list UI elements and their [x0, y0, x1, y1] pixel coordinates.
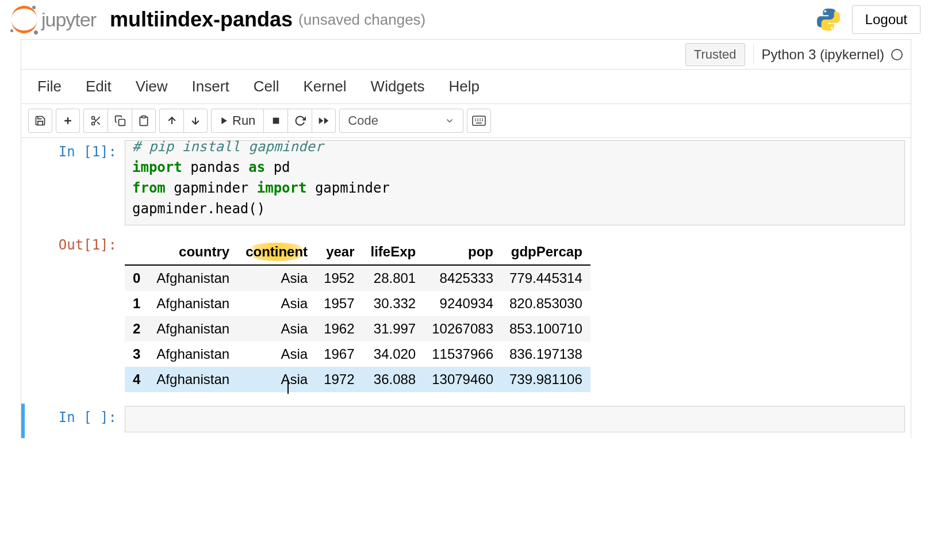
cell: 779.445314 — [501, 265, 590, 291]
plus-icon — [62, 115, 74, 126]
cell: Afghanistan — [148, 265, 237, 291]
cell: 36.088 — [363, 367, 424, 392]
command-palette-button[interactable] — [467, 109, 491, 133]
cell: 1952 — [316, 265, 362, 291]
svg-rect-15 — [473, 116, 485, 125]
col-header: country — [148, 239, 237, 265]
play-icon — [220, 116, 229, 125]
menu-cell[interactable]: Cell — [254, 78, 279, 95]
code-comment: # pip install gapminder — [132, 139, 323, 155]
cell: 1962 — [316, 316, 362, 342]
notebook-container: Trusted Python 3 (ipykernel) File Edit V… — [21, 39, 911, 438]
cell: Asia — [237, 316, 316, 342]
trusted-badge[interactable]: Trusted — [685, 43, 745, 66]
code-cell-1[interactable]: In [1]: # pip install gapminder import p… — [21, 138, 911, 231]
table-row: 0 Afghanistan Asia 1952 28.801 8425333 7… — [125, 265, 590, 291]
highlight-marker: continent — [243, 243, 310, 261]
cell: 820.853030 — [501, 291, 590, 316]
table-row: 1 Afghanistan Asia 1957 30.332 9240934 8… — [125, 291, 590, 316]
table-row: 2 Afghanistan Asia 1962 31.997 10267083 … — [125, 316, 590, 342]
row-index: 4 — [125, 367, 148, 392]
table-row: 3 Afghanistan Asia 1967 34.020 11537966 … — [125, 342, 590, 367]
index-header — [125, 239, 148, 265]
svg-marker-14 — [319, 117, 324, 124]
col-header: gdpPercap — [501, 239, 590, 265]
jupyter-icon — [11, 7, 37, 32]
chevron-down-icon — [444, 116, 455, 126]
cell: 28.801 — [363, 265, 424, 291]
svg-point-3 — [91, 122, 94, 125]
code-input[interactable] — [125, 406, 905, 432]
code-cell-empty[interactable]: In [ ]: — [21, 404, 911, 438]
input-prompt: In [ ]: — [27, 406, 125, 432]
output-prompt: Out[1]: — [27, 233, 125, 398]
cut-button[interactable] — [83, 109, 108, 133]
jupyter-logo[interactable]: jupyter — [11, 7, 96, 32]
move-up-button[interactable] — [159, 109, 183, 133]
cell-type-label: Code — [348, 113, 378, 128]
logout-button[interactable]: Logout — [852, 5, 921, 34]
menu-edit[interactable]: Edit — [86, 78, 112, 95]
menu-kernel[interactable]: Kernel — [303, 78, 346, 95]
cell: 1957 — [316, 291, 362, 316]
code-line: gapminder.head() — [132, 198, 898, 219]
unsaved-indicator: (unsaved changes) — [298, 11, 425, 29]
row-index: 0 — [125, 265, 148, 291]
copy-button[interactable] — [108, 109, 132, 133]
stop-icon — [271, 116, 281, 125]
kernel-bar: Trusted Python 3 (ipykernel) — [21, 40, 911, 70]
cell: 30.332 — [363, 291, 424, 316]
svg-rect-7 — [118, 120, 125, 126]
cell: 1972 — [316, 367, 362, 392]
output-area: country continent year lifeExp pop gdpPe… — [125, 233, 905, 398]
dataframe-table: country continent year lifeExp pop gdpPe… — [125, 239, 590, 392]
cell: Asia — [237, 367, 316, 392]
svg-rect-12 — [273, 118, 279, 124]
code-input[interactable]: # pip install gapminder import pandas as… — [125, 140, 905, 225]
menu-insert[interactable]: Insert — [192, 78, 229, 95]
menu-view[interactable]: View — [136, 78, 168, 95]
table-header-row: country continent year lifeExp pop gdpPe… — [125, 239, 590, 265]
scissors-icon — [90, 115, 102, 126]
cell: Afghanistan — [148, 342, 237, 367]
svg-line-6 — [94, 119, 95, 121]
divider — [753, 45, 754, 64]
row-index: 2 — [125, 316, 148, 342]
notebook-title[interactable]: multiindex-pandas — [110, 7, 293, 32]
menu-widgets[interactable]: Widgets — [371, 78, 425, 95]
cell: 8425333 — [424, 265, 501, 291]
col-header: pop — [424, 239, 501, 265]
cell: 739.981106 — [501, 367, 590, 392]
paste-icon — [138, 115, 149, 126]
header: jupyter multiindex-pandas (unsaved chang… — [0, 0, 932, 39]
cell: 853.100710 — [501, 316, 590, 342]
cell: 10267083 — [424, 316, 501, 342]
add-cell-button[interactable] — [56, 109, 80, 133]
run-label: Run — [232, 113, 255, 128]
cell: Asia — [237, 342, 316, 367]
restart-run-all-button[interactable] — [312, 109, 336, 133]
code-line: from gapminder import gapminder — [132, 178, 898, 198]
save-button[interactable] — [28, 109, 52, 133]
move-down-button[interactable] — [183, 109, 208, 133]
paste-button[interactable] — [132, 109, 156, 133]
menu-help[interactable]: Help — [449, 78, 480, 95]
svg-line-5 — [97, 122, 100, 125]
row-index: 1 — [125, 291, 148, 316]
kernel-indicator-icon[interactable] — [891, 49, 903, 60]
move-group — [159, 109, 208, 133]
cell: Afghanistan — [148, 367, 237, 392]
run-button[interactable]: Run — [211, 109, 263, 133]
restart-button[interactable] — [287, 109, 312, 133]
svg-marker-11 — [221, 117, 227, 124]
copy-icon — [114, 115, 126, 126]
kernel-name[interactable]: Python 3 (ipykernel) — [762, 47, 884, 63]
cell-type-select[interactable]: Code — [339, 109, 463, 133]
jupyter-text: jupyter — [41, 9, 96, 31]
cell: 11537966 — [424, 342, 501, 367]
output-cell-1: Out[1]: country continent year lifeExp p… — [21, 231, 911, 404]
menu-file[interactable]: File — [37, 78, 62, 95]
interrupt-button[interactable] — [263, 109, 287, 133]
table-row: 4 Afghanistan Asia 1972 36.088 13079460 … — [125, 367, 590, 392]
cell: 1967 — [316, 342, 362, 367]
